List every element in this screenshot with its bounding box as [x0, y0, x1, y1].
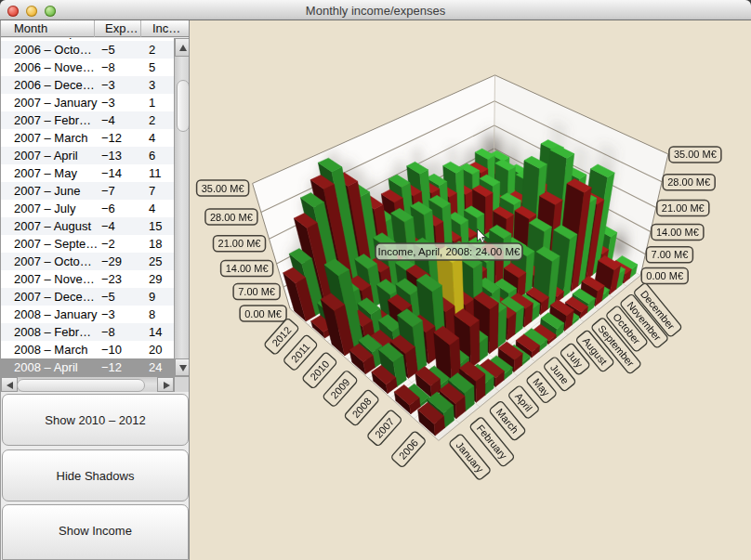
svg-text:35.00 M€: 35.00 M€	[674, 149, 717, 160]
svg-text:35.00 M€: 35.00 M€	[202, 183, 244, 194]
svg-text:28.00 M€: 28.00 M€	[210, 212, 253, 223]
svg-text:14.00 M€: 14.00 M€	[656, 227, 699, 238]
svg-text:0.00 M€: 0.00 M€	[244, 308, 282, 319]
svg-text:Income, April, 2008: 24.00 M€: Income, April, 2008: 24.00 M€	[378, 246, 520, 257]
svg-text:14.00 M€: 14.00 M€	[226, 263, 269, 274]
svg-text:21.00 M€: 21.00 M€	[662, 202, 705, 214]
svg-text:0.00 M€: 0.00 M€	[646, 270, 683, 281]
svg-text:28.00 M€: 28.00 M€	[667, 176, 710, 188]
svg-text:7.00 M€: 7.00 M€	[652, 249, 689, 260]
svg-text:21.00 M€: 21.00 M€	[218, 238, 261, 249]
svg-text:7.00 M€: 7.00 M€	[238, 286, 275, 297]
